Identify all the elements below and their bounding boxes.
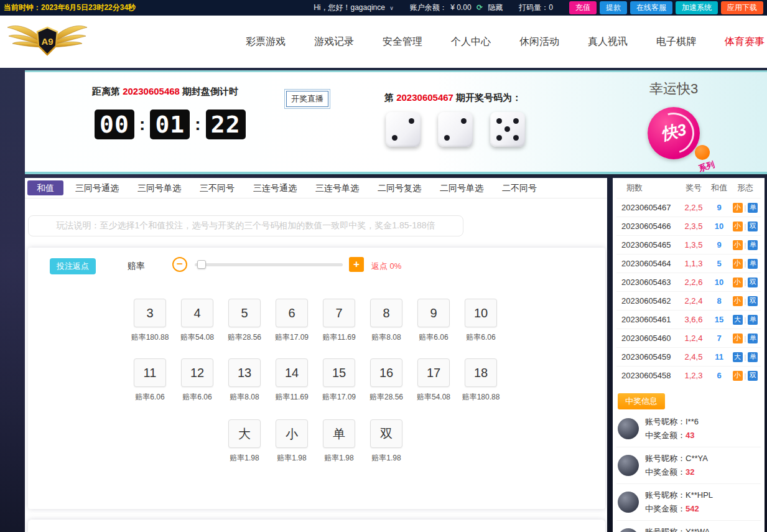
odds-label: 赔率28.56: [221, 332, 268, 343]
bet-number-button[interactable]: 14: [276, 358, 308, 387]
odds-minus-button[interactable]: −: [172, 257, 187, 272]
history-header-cell: 和值: [709, 182, 730, 194]
topbar-right: Hi，您好！gagaqince ∨ 账户余额： ¥ 0.00 ⟳ 隐藏 打码量：…: [314, 1, 763, 14]
tab[interactable]: 三连号通选: [244, 180, 306, 195]
user-menu[interactable]: Hi，您好！gagaqince ∨: [314, 2, 394, 13]
greeting-text: Hi，您好！gagaqince: [314, 3, 385, 12]
countdown-suffix: 期封盘倒计时: [180, 86, 238, 96]
bet-number-button[interactable]: 17: [417, 358, 450, 387]
history-row: 202306054581,2,36小|双: [616, 366, 761, 385]
tab[interactable]: 三不同号: [190, 180, 244, 195]
bet-option: 10赔率6.06: [457, 299, 504, 358]
nav-item[interactable]: 彩票游戏: [246, 35, 286, 49]
bet-number-button[interactable]: 单: [323, 419, 355, 448]
bet-number-button[interactable]: 4: [181, 299, 213, 327]
history-numbers: 3,6,6: [679, 315, 709, 324]
bet-number-button[interactable]: 小: [276, 419, 308, 448]
bet-number-button[interactable]: 12: [181, 358, 213, 387]
clock-text: 当前时钟：2023年6月5日23时22分34秒: [4, 2, 136, 13]
winner-info: 账号昵称：Y**WA中奖金额：482: [645, 526, 710, 532]
nav-item[interactable]: 游戏记录: [314, 35, 354, 49]
bet-option: 13赔率8.08: [221, 358, 268, 418]
main-nav: 彩票游戏游戏记录安全管理个人中心休闲活动真人视讯电子棋牌体育赛事: [246, 35, 767, 49]
tab[interactable]: 三连号单选: [306, 180, 368, 195]
odds-slider-thumb[interactable]: [197, 260, 206, 269]
live-draw-button[interactable]: 开奖直播: [286, 91, 328, 107]
bet-number-button[interactable]: 双: [370, 419, 402, 448]
refresh-balance-icon[interactable]: ⟳: [476, 3, 483, 12]
odds-slider[interactable]: [195, 263, 343, 266]
game-logo-sub: 系列: [697, 159, 716, 174]
bet-number-button[interactable]: 6: [276, 299, 308, 327]
bet-number-button[interactable]: 大: [228, 419, 261, 448]
history-numbers: 2,2,6: [679, 278, 709, 287]
avatar: [618, 418, 639, 439]
tab[interactable]: 三同号单选: [128, 180, 190, 195]
banner: 距离第 20230605468 期封盘倒计时 00 : 01 : 22 开奖直播…: [25, 70, 767, 174]
badge-separator: |: [745, 353, 746, 361]
nav-item[interactable]: 个人中心: [451, 35, 491, 49]
bet-number-button[interactable]: 9: [417, 299, 450, 327]
page: 当前时钟：2023年6月5日23时22分34秒 Hi，您好！gagaqince …: [0, 0, 767, 532]
topbar-button[interactable]: 提款: [600, 1, 627, 14]
winner-name: 账号昵称：I**6: [645, 416, 699, 427]
history-period: 20230605461: [621, 315, 679, 324]
history-header-cell: 奖号: [679, 182, 709, 194]
topbar-button[interactable]: 在线客服: [630, 1, 672, 14]
odds-label: 赔率6.06: [457, 332, 504, 343]
bet-number-button[interactable]: 15: [323, 358, 355, 387]
bet-number-button[interactable]: 11: [134, 358, 166, 387]
odds-label: 赔率6.06: [410, 332, 457, 343]
topbar-button[interactable]: 充值: [569, 1, 597, 14]
bet-number-button[interactable]: 10: [465, 299, 497, 327]
odds-label: 赔率17.09: [315, 392, 363, 403]
bet-number-button[interactable]: 5: [228, 299, 261, 327]
topbar-button[interactable]: 应用下载: [721, 1, 763, 14]
rebate-button[interactable]: 投注返点: [50, 258, 96, 274]
tab[interactable]: 和值: [27, 180, 63, 195]
tab[interactable]: 二同号复选: [368, 180, 430, 195]
nav-item[interactable]: 电子棋牌: [656, 35, 696, 49]
svg-text:A9: A9: [41, 36, 53, 47]
odds-label: 赔率17.09: [268, 332, 315, 343]
history-form: 小|单: [730, 334, 761, 343]
topbar-button[interactable]: 加速系统: [676, 1, 718, 14]
history-form: 小|双: [730, 278, 761, 287]
tab[interactable]: 三同号通选: [66, 180, 128, 195]
die: [490, 112, 525, 147]
bet-number-button[interactable]: 7: [323, 299, 355, 327]
odds-plus-button[interactable]: +: [349, 257, 364, 272]
badge-separator: |: [745, 372, 746, 380]
nav-item[interactable]: 体育赛事: [725, 35, 765, 49]
odds-label: 赔率1.98: [268, 453, 315, 464]
history-sum: 6: [709, 371, 730, 380]
site-logo[interactable]: A9: [6, 21, 88, 62]
countdown-colon: :: [195, 114, 200, 134]
bet-number-button[interactable]: 16: [370, 358, 402, 387]
history-sum: 9: [709, 240, 730, 250]
special-grid: 大赔率1.98小赔率1.98单赔率1.98双赔率1.98: [221, 419, 410, 479]
bet-option: 7赔率11.69: [315, 299, 363, 358]
hide-balance-button[interactable]: 隐藏: [488, 3, 503, 12]
odds-label: 赔率180.88: [457, 392, 504, 403]
bet-number-button[interactable]: 8: [370, 299, 402, 327]
bet-number-button[interactable]: 13: [228, 358, 261, 387]
size-badge: 大: [733, 352, 743, 362]
bet-option: 16赔率28.56: [363, 358, 410, 418]
tab[interactable]: 二同号单选: [430, 180, 493, 195]
size-badge: 小: [733, 334, 743, 343]
badge-separator: |: [745, 335, 746, 342]
nav-item[interactable]: 真人视讯: [588, 35, 628, 49]
bet-number-button[interactable]: 3: [134, 299, 166, 327]
winner-info: 账号昵称：I**6中奖金额：43: [645, 416, 699, 441]
bet-number-button[interactable]: 18: [465, 358, 497, 387]
nav-item[interactable]: 安全管理: [383, 35, 422, 49]
badge-separator: |: [745, 297, 746, 305]
winner-amount-value: 32: [686, 467, 694, 477]
tab[interactable]: 二不同号: [493, 180, 546, 195]
odds-label: 赔率54.08: [174, 332, 221, 343]
nav-item[interactable]: 休闲活动: [519, 35, 559, 49]
topbar-buttons: 充值提款在线客服加速系统应用下载: [569, 1, 763, 14]
size-badge: 小: [733, 222, 743, 231]
parity-badge: 双: [748, 278, 758, 287]
